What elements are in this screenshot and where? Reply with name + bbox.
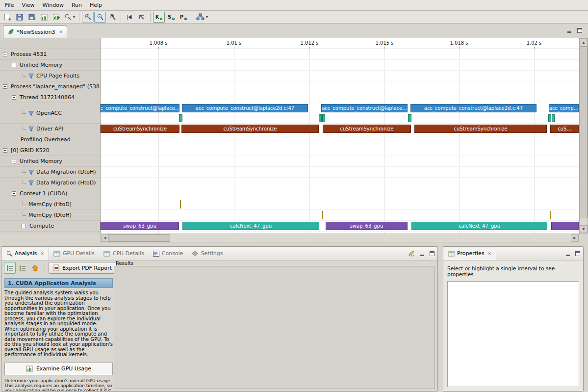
menu-run[interactable]: Run (68, 0, 86, 10)
unguided-analysis-toggle[interactable] (17, 262, 28, 274)
tree-row-process-4531[interactable]: Process 4531 (0, 49, 100, 60)
tab-analysis[interactable]: Analysis ✕ (1, 247, 49, 260)
openacc-wait-marker[interactable] (548, 114, 551, 122)
memcpy-interval[interactable] (550, 211, 551, 219)
close-icon[interactable]: ✕ (488, 251, 492, 256)
driver-api-interval[interactable]: cuStreamSynchronize (323, 125, 411, 133)
openacc-interval[interactable]: acc_compute_construct@laplace... (321, 104, 408, 112)
menu-window[interactable]: Window (39, 0, 68, 10)
kernel-interval[interactable]: calcNext_47_gpu (411, 222, 547, 230)
tree-row-profiling-overhead[interactable]: Profiling Overhead (0, 134, 100, 145)
horizontal-scrollbar-thumb[interactable] (109, 234, 170, 242)
close-icon[interactable]: ✕ (59, 29, 63, 34)
zoom-out-button[interactable] (94, 12, 106, 23)
export-report-button[interactable] (51, 12, 62, 23)
save-all-button[interactable] (26, 12, 38, 23)
tree-row-context-1[interactable]: Context 1 (CUDA) (0, 188, 100, 199)
filter-icon[interactable] (28, 74, 34, 78)
menu-file[interactable]: File (1, 0, 18, 10)
filter-icon[interactable] (28, 181, 34, 185)
stream-filter-toggle[interactable]: S (165, 12, 177, 23)
view-menu-pencil-icon[interactable] (408, 250, 415, 257)
tree-row-openacc[interactable]: OpenACC (0, 103, 100, 124)
kernel-interval[interactable] (551, 222, 579, 230)
export-pdf-button[interactable]: Export PDF Report (49, 262, 117, 274)
tree-row-memcpy-dtoh[interactable]: MemCpy (DtoH) (0, 210, 100, 221)
scroll-left-icon[interactable]: ◀ (101, 234, 109, 242)
analysis-stage-header[interactable]: 1. CUDA Application Analysis (4, 278, 113, 288)
maximize-icon[interactable] (577, 28, 582, 33)
guided-analysis-toggle[interactable] (4, 262, 16, 274)
collapse-icon[interactable] (12, 159, 16, 163)
filter-icon[interactable] (28, 127, 34, 131)
openacc-wait-marker[interactable] (322, 114, 325, 122)
memcpy-interval[interactable] (322, 211, 323, 219)
minimize-icon[interactable] (420, 251, 425, 256)
collapse-icon[interactable] (22, 224, 26, 228)
tab-settings[interactable]: Settings (187, 247, 227, 260)
openacc-wait-marker[interactable] (319, 114, 322, 122)
driver-api-interval[interactable]: cuStreamSynchronize (414, 125, 547, 133)
driver-api-interval[interactable]: cuStreamSynchronize (181, 125, 319, 133)
openacc-wait-marker[interactable] (408, 114, 411, 122)
minimize-icon[interactable] (567, 28, 572, 33)
tree-row-grid-k520[interactable]: [0] GRID K520 (0, 145, 100, 156)
tree-row-cpu-page-faults[interactable]: CPU Page Faults (0, 71, 100, 81)
goto-start-button[interactable] (124, 12, 135, 23)
zoom-in-button[interactable] (82, 12, 94, 23)
kernel-interval[interactable]: calcNext_47_gpu (182, 222, 319, 230)
goto-selection-button[interactable] (136, 12, 148, 23)
openacc-wait-marker[interactable] (552, 114, 555, 122)
tab-cpu-details[interactable]: CPU Details (99, 247, 149, 260)
zoom-fit-button[interactable] (106, 12, 118, 23)
vertical-scrollbar[interactable]: ▲ ▼ (579, 38, 588, 234)
close-icon[interactable]: ✕ (40, 251, 44, 256)
process-filter-toggle[interactable]: P (178, 12, 189, 23)
collapse-icon[interactable] (12, 191, 16, 196)
kernel-filter-toggle[interactable]: K (153, 12, 165, 23)
openacc-interval[interactable]: c_compute_construct@laplace... (101, 104, 179, 112)
configure-session-button[interactable]: ▾ (63, 12, 77, 23)
timeline-chart-button[interactable] (38, 12, 50, 23)
collapse-icon[interactable] (3, 52, 7, 56)
openacc-interval[interactable]: acc_compute_construct@laplace2d.c:47 (182, 104, 308, 112)
tree-row-unified-memory[interactable]: Unified Memory (0, 60, 100, 71)
collapse-icon[interactable] (12, 63, 16, 67)
maximize-icon[interactable] (430, 251, 435, 256)
tree-row-thread[interactable]: Thread 3172140864 (0, 92, 100, 103)
openacc-wait-marker[interactable] (179, 114, 182, 122)
run-analysis-button[interactable]: ▾ (195, 12, 209, 23)
back-to-parent-button[interactable] (29, 262, 41, 274)
kernel-interval[interactable]: swap_63_gpu (101, 222, 179, 230)
tab-properties[interactable]: Properties ✕ (443, 247, 496, 260)
memcpy-interval[interactable] (180, 200, 181, 209)
tree-row-data-migration-dtoh[interactable]: Data Migration (DtoH) (0, 167, 100, 178)
minimize-icon[interactable] (565, 251, 570, 256)
tab-console[interactable]: Console (149, 247, 188, 260)
save-button[interactable] (14, 12, 26, 23)
driver-api-interval[interactable]: cuS... (550, 125, 579, 133)
filter-icon[interactable] (28, 111, 34, 116)
scroll-right-icon[interactable]: ▶ (571, 234, 579, 242)
tree-row-process-laplace[interactable]: Process "laplace_managed" (538) (0, 81, 100, 92)
scroll-up-icon[interactable]: ▲ (580, 39, 588, 47)
collapse-icon[interactable] (3, 84, 7, 89)
tree-row-unified-memory-gpu[interactable]: Unified Memory (0, 156, 100, 167)
new-session-button[interactable] (1, 12, 13, 23)
tab-gpu-details[interactable]: GPU Details (49, 247, 99, 260)
kernel-interval[interactable]: swap_63_gpu (326, 222, 408, 230)
timeline-chart[interactable]: c_compute_construct@laplace... acc_compu… (101, 49, 579, 234)
menu-view[interactable]: View (18, 0, 38, 10)
scroll-down-icon[interactable]: ▼ (580, 225, 588, 233)
maximize-icon[interactable] (575, 251, 580, 256)
time-ruler[interactable]: 1.008 s 1.01 s 1.012 s 1.015 s 1.018 s 1… (101, 38, 579, 49)
driver-api-interval[interactable]: cuStreamSynchronize (101, 125, 179, 133)
tree-row-compute[interactable]: Compute (0, 221, 100, 232)
examine-gpu-usage-button[interactable]: Examine GPU Usage (4, 363, 113, 375)
tree-row-memcpy-htod[interactable]: MemCpy (HtoD) (0, 199, 100, 210)
tree-row-data-migration-htod[interactable]: Data Migration (HtoD) (0, 178, 100, 188)
menu-help[interactable]: Help (86, 0, 106, 10)
collapse-icon[interactable] (12, 95, 16, 100)
tree-row-driver-api[interactable]: Driver API (0, 124, 100, 134)
collapse-icon[interactable] (3, 148, 7, 153)
